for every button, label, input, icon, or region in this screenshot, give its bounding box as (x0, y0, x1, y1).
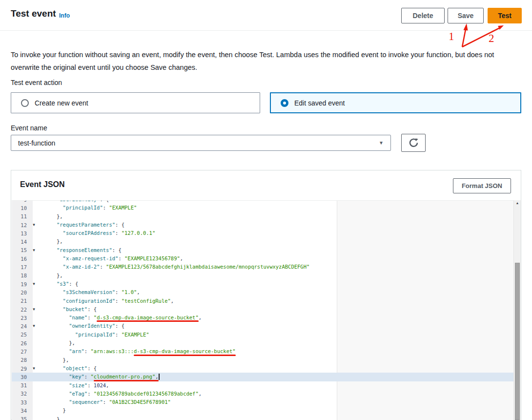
radio-edit-saved-event[interactable] (281, 99, 288, 107)
page-title: Test event (11, 8, 56, 19)
code-text: "object": { (38, 364, 521, 373)
code-line-31[interactable]: 31 "size": 1024, (12, 381, 521, 390)
code-text: "size": 1024, (38, 381, 521, 390)
json-code-editor[interactable]: 9▾ "userIdentity": {10 "principalId": "E… (12, 200, 521, 420)
line-number: 18 (12, 273, 30, 278)
line-number: 23 (12, 315, 30, 321)
code-text: } (38, 406, 521, 415)
tile-edit-saved-event[interactable]: Edit saved event (270, 92, 521, 113)
code-line-9[interactable]: 9▾ "userIdentity": { (12, 200, 521, 204)
fold-arrow-icon[interactable]: ▾ (30, 322, 38, 330)
code-text: }, (38, 237, 521, 246)
code-line-33[interactable]: 33 "sequencer": "0A1B2C3D4E5F678901" (12, 398, 521, 406)
header-divider (0, 30, 532, 31)
code-text: "x-amz-id-2": "EXAMPLE123/5678abcdefghij… (38, 263, 521, 271)
code-line-11[interactable]: 11 }, (12, 212, 521, 221)
code-line-17[interactable]: 17 "x-amz-id-2": "EXAMPLE123/5678abcdefg… (12, 263, 521, 271)
tile-create-new-event[interactable]: Create new event (11, 92, 260, 113)
code-line-19[interactable]: 19▾ "s3": { (12, 280, 521, 288)
line-number: 10 (12, 205, 30, 211)
code-line-30[interactable]: 30 "key": "cloudmentor-pro.png", (12, 373, 521, 381)
refresh-button[interactable] (401, 134, 426, 152)
fold-arrow-icon[interactable]: ▾ (30, 200, 38, 204)
code-text: }, (38, 212, 521, 221)
fold-arrow-icon[interactable]: ▾ (30, 246, 38, 254)
code-line-20[interactable]: 20 "s3SchemaVersion": "1.0", (12, 288, 521, 296)
code-line-23[interactable]: 23 "name": "d-s3-cmp-dva-image-source-bu… (12, 314, 521, 322)
delete-button[interactable]: Delete (401, 8, 445, 23)
format-json-button[interactable]: Format JSON (453, 178, 511, 193)
editor-vertical-scrollbar[interactable]: ▲ (513, 200, 521, 420)
line-number: 24 (12, 323, 30, 329)
line-number: 19 (12, 281, 30, 287)
code-line-26[interactable]: 26 }, (12, 339, 521, 347)
code-text: "name": "d-s3-cmp-dva-image-source-bucke… (38, 314, 521, 322)
fold-arrow-icon[interactable]: ▾ (30, 280, 38, 288)
code-line-28[interactable]: 28 }, (12, 356, 521, 364)
line-number: 25 (12, 332, 30, 337)
code-text: "key": "cloudmentor-pro.png", (38, 373, 521, 381)
code-line-16[interactable]: 16 "x-amz-request-id": "EXAMPLE123456789… (12, 254, 521, 263)
line-number: 29 (12, 366, 30, 372)
text-cursor (159, 374, 160, 380)
code-line-35[interactable]: 35 } (12, 415, 521, 420)
line-number: 11 (12, 213, 30, 219)
save-button[interactable]: Save (448, 8, 484, 23)
radio-create-new-event[interactable] (21, 99, 29, 107)
code-line-14[interactable]: 14 }, (12, 237, 521, 246)
code-text: "sequencer": "0A1B2C3D4E5F678901" (38, 398, 521, 406)
code-text: "s3": { (38, 280, 521, 288)
code-text: "sourceIPAddress": "127.0.0.1" (38, 229, 521, 237)
line-number: 12 (12, 222, 30, 228)
annotation-label-2: 2 (489, 32, 494, 44)
scrollbar-thumb[interactable] (515, 263, 520, 420)
editor-rows: 9▾ "userIdentity": {10 "principalId": "E… (12, 200, 521, 420)
annotation-label-1: 1 (449, 30, 454, 42)
fold-arrow-icon[interactable]: ▾ (30, 305, 38, 314)
event-name-label: Event name (11, 124, 47, 132)
test-event-action-label: Test event action (11, 79, 62, 86)
code-line-13[interactable]: 13 "sourceIPAddress": "127.0.0.1" (12, 229, 521, 237)
event-json-panel: Event JSON Format JSON 9▾ "userIdentity"… (11, 170, 521, 420)
arrow-1-line (462, 29, 466, 47)
code-line-10[interactable]: 10 "principalId": "EXAMPLE" (12, 204, 521, 212)
code-text: }, (38, 272, 521, 280)
line-number: 9 (12, 200, 30, 203)
code-line-15[interactable]: 15▾ "responseElements": { (12, 246, 521, 254)
code-line-27[interactable]: 27 "arn": "arn:aws:s3:::d-s3-cmp-dva-ima… (12, 347, 521, 356)
code-text: "ownerIdentity": { (38, 322, 521, 330)
line-number: 32 (12, 391, 30, 397)
code-text: "x-amz-request-id": "EXAMPLE123456789", (38, 254, 521, 263)
code-line-21[interactable]: 21 "configurationId": "testConfigRule", (12, 297, 521, 305)
event-json-title: Event JSON (20, 180, 65, 189)
line-number: 22 (12, 307, 30, 313)
event-name-select[interactable]: test-function ▼ (11, 135, 391, 151)
code-text: }, (38, 339, 521, 347)
scroll-up-arrow-icon[interactable]: ▲ (514, 201, 521, 205)
code-line-12[interactable]: 12▾ "requestParameters": { (12, 221, 521, 229)
code-line-29[interactable]: 29▾ "object": { (12, 364, 521, 373)
line-number: 16 (12, 256, 30, 262)
code-text: "eTag": "0123456789abcdef0123456789abcde… (38, 390, 521, 398)
code-text: }, (38, 356, 521, 364)
code-line-34[interactable]: 34 } (12, 406, 521, 415)
description-text: To invoke your function without saving a… (11, 48, 500, 74)
line-number: 27 (12, 349, 30, 355)
code-line-18[interactable]: 18 }, (12, 272, 521, 280)
line-number: 31 (12, 382, 30, 388)
tile-edit-label: Edit saved event (294, 99, 345, 107)
info-link[interactable]: Info (59, 12, 70, 19)
fold-arrow-icon[interactable]: ▾ (30, 221, 38, 229)
code-text: "arn": "arn:aws:s3:::d-s3-cmp-dva-image-… (38, 347, 521, 356)
code-line-24[interactable]: 24▾ "ownerIdentity": { (12, 322, 521, 330)
code-line-25[interactable]: 25 "principalId": "EXAMPLE" (12, 331, 521, 339)
lambda-test-event-page: Test event Info Delete Save Test 1 2 To … (0, 0, 532, 420)
test-button[interactable]: Test (488, 8, 522, 23)
refresh-icon (409, 138, 419, 148)
code-text: "principalId": "EXAMPLE" (38, 331, 521, 339)
code-line-22[interactable]: 22▾ "bucket": { (12, 305, 521, 314)
fold-arrow-icon[interactable]: ▾ (30, 364, 38, 373)
code-line-32[interactable]: 32 "eTag": "0123456789abcdef0123456789ab… (12, 390, 521, 398)
line-number: 15 (12, 247, 30, 253)
code-text: "bucket": { (38, 305, 521, 314)
